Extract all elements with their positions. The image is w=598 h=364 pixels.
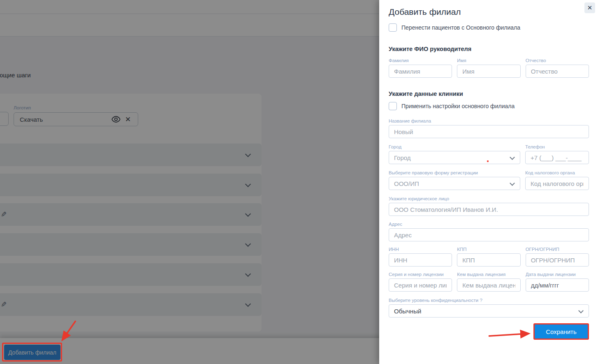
drawer-header: Добавить филиал ✕: [389, 7, 589, 17]
legal-form-select-value: ООО/ИП: [394, 180, 419, 187]
clinic-section-heading: Укажите данные клиники: [389, 90, 589, 97]
inn-label: ИНН: [389, 247, 452, 252]
apply-settings-label: Применить настройки основного филиала: [401, 103, 515, 109]
city-select[interactable]: Город: [389, 151, 520, 164]
legalform-taxcode-row: Выберите правовую форму регистрации ООО/…: [389, 170, 589, 190]
legal-entity-input[interactable]: [389, 203, 589, 216]
tax-code-field: Код налогового органа: [525, 170, 589, 190]
city-label: Город: [389, 144, 520, 150]
privacy-label: Выберите уровень конфиденциальности ?: [389, 298, 589, 303]
legal-entity-field: Укажите юридическое лицо: [389, 196, 589, 216]
kpp-input[interactable]: [457, 253, 520, 267]
add-branch-drawer: Добавить филиал ✕ Перенести пациентов с …: [379, 0, 598, 364]
license-number-label: Серия и номер лицензии: [389, 272, 452, 277]
save-row: Сохранить: [389, 323, 589, 340]
city-phone-row: Город Город Телефон: [389, 144, 589, 164]
apply-settings-checkbox[interactable]: [389, 102, 397, 110]
privacy-select[interactable]: Обычный: [389, 304, 589, 318]
inn-input[interactable]: [389, 253, 452, 267]
license-date-field: Дата выдачи лицензии: [526, 272, 589, 292]
drawer-title: Добавить филиал: [389, 7, 589, 17]
validation-dot: [487, 160, 489, 162]
tax-code-label: Код налогового органа: [525, 170, 589, 176]
ogrn-field: ОГРН/ОГРНИП: [526, 247, 589, 267]
manager-fields-row: Фамилия Имя Отчество: [389, 58, 589, 78]
transfer-patients-label: Перенести пациентов с Основного филиала: [401, 24, 520, 31]
inn-kpp-ogrn-row: ИНН КПП ОГРН/ОГРНИП: [389, 247, 589, 267]
license-date-label: Дата выдачи лицензии: [526, 272, 589, 277]
phone-input[interactable]: [525, 151, 589, 164]
branch-name-field: Название филиала: [389, 118, 589, 138]
transfer-patients-checkbox[interactable]: [389, 23, 397, 32]
ogrn-input[interactable]: [526, 253, 589, 267]
save-button[interactable]: Сохранить: [535, 325, 588, 338]
branch-name-label: Название филиала: [389, 118, 589, 124]
address-field: Адрес: [389, 222, 589, 241]
address-input[interactable]: [389, 228, 589, 241]
middlename-input[interactable]: [526, 65, 589, 78]
city-field: Город Город: [389, 144, 520, 164]
ogrn-label: ОГРН/ОГРНИП: [526, 247, 589, 252]
transfer-patients-checkbox-row[interactable]: Перенести пациентов с Основного филиала: [389, 23, 589, 32]
legal-entity-label: Укажите юридическое лицо: [389, 196, 589, 202]
phone-field: Телефон: [525, 144, 589, 164]
chevron-down-icon: [578, 308, 584, 313]
phone-label: Телефон: [525, 144, 589, 150]
firstname-field: Имя: [457, 58, 520, 78]
license-row: Серия и номер лицензии Кем выдана лиценз…: [389, 272, 589, 292]
lastname-label: Фамилия: [389, 58, 452, 63]
lastname-field: Фамилия: [389, 58, 452, 78]
firstname-input[interactable]: [457, 65, 520, 78]
license-issuer-field: Кем выдана лицензия: [457, 272, 520, 292]
lastname-input[interactable]: [389, 65, 452, 78]
apply-settings-checkbox-row[interactable]: Применить настройки основного филиала: [389, 102, 589, 110]
middlename-field: Отчество: [526, 58, 589, 78]
license-issuer-input[interactable]: [457, 278, 520, 292]
license-issuer-label: Кем выдана лицензия: [457, 272, 520, 277]
close-icon[interactable]: ✕: [584, 2, 595, 13]
manager-section-heading: Укажите ФИО руководителя: [389, 46, 589, 53]
firstname-label: Имя: [457, 58, 520, 63]
inn-field: ИНН: [389, 247, 452, 267]
tax-code-input[interactable]: [525, 177, 589, 190]
privacy-select-value: Обычный: [394, 308, 421, 315]
city-select-value: Город: [394, 154, 411, 161]
legal-form-label: Выберите правовую форму регистрации: [389, 170, 520, 176]
chevron-down-icon: [510, 181, 515, 186]
kpp-field: КПП: [457, 247, 520, 267]
chevron-down-icon: [510, 155, 515, 160]
privacy-field: Выберите уровень конфиденциальности ? Об…: [389, 298, 589, 318]
license-number-input[interactable]: [389, 278, 452, 292]
middlename-label: Отчество: [526, 58, 589, 63]
legal-form-field: Выберите правовую форму регистрации ООО/…: [389, 170, 520, 190]
address-label: Адрес: [389, 222, 589, 227]
legal-form-select[interactable]: ООО/ИП: [389, 177, 520, 190]
license-date-input[interactable]: [526, 278, 589, 292]
branch-name-input[interactable]: [389, 125, 589, 138]
kpp-label: КПП: [457, 247, 520, 252]
save-highlight-rect: Сохранить: [533, 323, 589, 340]
license-number-field: Серия и номер лицензии: [389, 272, 452, 292]
